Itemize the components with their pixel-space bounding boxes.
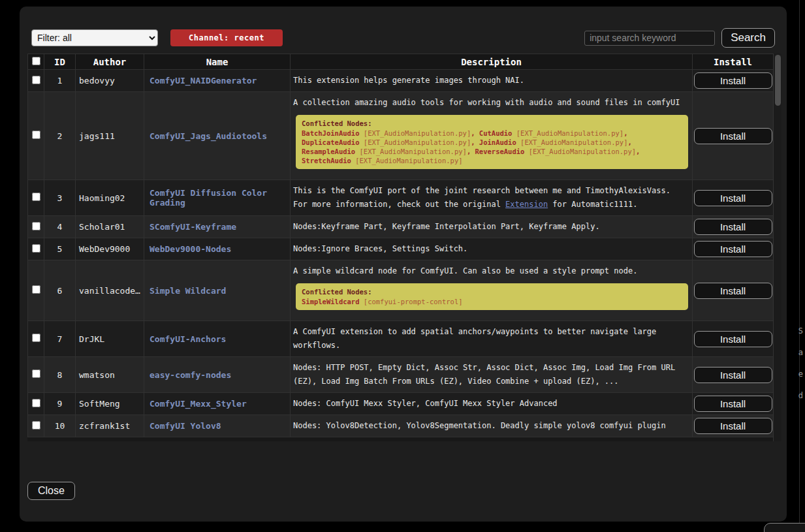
table-scrollbar[interactable] xyxy=(773,54,781,441)
conflict-separator: , xyxy=(627,138,631,146)
node-name-link[interactable]: ComfyUI_Jags_Audiotools xyxy=(150,131,267,141)
background-text-fragment: e xyxy=(798,369,803,379)
row-name-cell: Simple Wildcard xyxy=(144,260,291,321)
conflict-node-name: DuplicateAudio xyxy=(302,138,360,146)
row-name-cell: easy-comfy-nodes xyxy=(144,357,291,393)
select-all-checkbox[interactable] xyxy=(32,57,40,65)
row-id: 7 xyxy=(44,321,76,357)
conflict-separator: , xyxy=(467,148,475,155)
node-name-link[interactable]: Simple Wildcard xyxy=(150,286,226,296)
node-name-link[interactable]: ComfyUI Yolov8 xyxy=(150,421,221,431)
conflict-node-source: [EXT_AudioManipulation.py] xyxy=(355,148,467,155)
row-author: Haoming02 xyxy=(76,180,144,216)
search-button[interactable]: Search xyxy=(721,28,775,48)
row-author: wmatson xyxy=(76,357,144,393)
row-description: A collection amazing audio tools for wor… xyxy=(291,92,693,180)
conflict-node-name: ResampleAudio xyxy=(302,148,355,155)
conflict-node-name: ReverseAudio xyxy=(475,148,525,155)
row-author: Scholar01 xyxy=(76,216,144,238)
node-name-link[interactable]: ComfyUI-Anchors xyxy=(150,334,226,344)
description-text: A simple wildcard node for ComfyUI. Can … xyxy=(293,264,689,278)
row-id: 9 xyxy=(44,393,76,415)
table-row: 9SoftMengComfyUI_Mexx_StylerNodes: Comfy… xyxy=(28,393,774,415)
filter-select[interactable]: Filter: all xyxy=(31,29,158,46)
channel-badge: Channel: recent xyxy=(170,29,283,46)
description-text: Nodes: Yolov8Detection, Yolov8Segmentati… xyxy=(293,419,689,433)
conflict-node-source: [EXT_AudioManipulation.py] xyxy=(360,138,471,146)
conflict-node-source: [EXT_AudioManipulation.py] xyxy=(360,129,471,137)
row-id: 4 xyxy=(44,216,76,238)
node-name-link[interactable]: SComfyUI-Keyframe xyxy=(150,222,236,232)
row-checkbox[interactable] xyxy=(32,421,40,430)
row-name-cell: SComfyUI-Keyframe xyxy=(144,216,291,238)
description-text: Nodes:Ignore Braces, Settings Switch. xyxy=(293,242,689,256)
row-author: jags111 xyxy=(76,92,144,180)
conflict-node-source: [EXT_AudioManipulation.py] xyxy=(516,138,628,146)
node-name-link[interactable]: ComfyUI_Mexx_Styler xyxy=(150,399,247,409)
description-text: Nodes:Keyframe Part, Keyframe Interpolat… xyxy=(293,220,689,234)
toolbar: Filter: all Channel: recent Search xyxy=(20,28,787,48)
row-checkbox[interactable] xyxy=(32,76,40,84)
conflict-node-source: [EXT_AudioManipulation.py] xyxy=(512,129,623,137)
row-checkbox[interactable] xyxy=(32,369,40,378)
conflicted-nodes-box: Conflicted Nodes:SimpleWildcard [comfyui… xyxy=(296,283,688,310)
row-checkbox[interactable] xyxy=(32,131,40,139)
conflict-node-name: StretchAudio xyxy=(302,157,351,164)
install-button[interactable]: Install xyxy=(694,367,772,383)
row-checkbox[interactable] xyxy=(32,244,40,253)
row-author: WebDev9000 xyxy=(76,238,144,260)
install-button[interactable]: Install xyxy=(694,128,772,144)
conflict-node-source: [EXT_AudioManipulation.py] xyxy=(351,157,463,164)
row-name-cell: ComfyUI_Mexx_Styler xyxy=(144,393,291,415)
install-button[interactable]: Install xyxy=(694,418,772,434)
row-checkbox[interactable] xyxy=(32,222,40,230)
node-name-link[interactable]: easy-comfy-nodes xyxy=(150,370,231,380)
row-description: Nodes: Yolov8Detection, Yolov8Segmentati… xyxy=(291,415,693,437)
table-row: 2jags111ComfyUI_Jags_AudiotoolsA collect… xyxy=(28,92,774,180)
row-checkbox-cell xyxy=(28,393,44,415)
install-button[interactable]: Install xyxy=(694,396,772,412)
search-input[interactable] xyxy=(584,31,715,46)
row-checkbox-cell xyxy=(28,180,44,216)
row-checkbox[interactable] xyxy=(32,193,40,201)
header-checkbox-cell xyxy=(28,54,44,70)
description-link[interactable]: Extension xyxy=(505,200,548,209)
install-button[interactable]: Install xyxy=(694,241,772,257)
node-name-link[interactable]: ComfyUI Diffusion Color Grading xyxy=(150,188,267,208)
install-button[interactable]: Install xyxy=(694,331,772,347)
node-name-link[interactable]: ComfyUI_NAIDGenerator xyxy=(150,76,257,86)
row-checkbox[interactable] xyxy=(32,399,40,407)
install-button[interactable]: Install xyxy=(694,219,772,235)
header-author: Author xyxy=(76,54,144,70)
install-button[interactable]: Install xyxy=(694,190,772,206)
partial-corner-button[interactable] xyxy=(764,523,805,532)
row-checkbox[interactable] xyxy=(32,334,40,342)
row-description: Nodes:Ignore Braces, Settings Switch. xyxy=(291,238,693,260)
install-button[interactable]: Install xyxy=(694,72,772,89)
row-name-cell: ComfyUI Yolov8 xyxy=(144,415,291,437)
node-name-link[interactable]: WebDev9000-Nodes xyxy=(150,244,231,254)
table-header-row: ID Author Name Description Install xyxy=(28,54,774,70)
row-install-cell: Install xyxy=(693,393,774,415)
table-row: 5WebDev9000WebDev9000-NodesNodes:Ignore … xyxy=(28,238,774,260)
table-row: 4Scholar01SComfyUI-KeyframeNodes:Keyfram… xyxy=(28,216,774,238)
table-row: 1bedovyyComfyUI_NAIDGeneratorThis extens… xyxy=(28,70,774,92)
row-name-cell: WebDev9000-Nodes xyxy=(144,238,291,260)
row-author: SoftMeng xyxy=(76,393,144,415)
row-author: vanillacode… xyxy=(76,260,144,321)
conflicted-nodes-box: Conflicted Nodes:BatchJoinAudio [EXT_Aud… xyxy=(296,115,688,169)
row-id: 1 xyxy=(44,70,76,92)
row-checkbox[interactable] xyxy=(32,285,40,294)
row-id: 3 xyxy=(44,180,76,216)
description-text: A ComfyUI extension to add spatial ancho… xyxy=(293,325,689,352)
close-button[interactable]: Close xyxy=(27,482,75,500)
background-edge-strip: Saed xyxy=(797,0,805,532)
header-id: ID xyxy=(44,54,76,70)
row-install-cell: Install xyxy=(693,180,774,216)
table-scrollbar-thumb[interactable] xyxy=(775,55,781,106)
row-checkbox-cell xyxy=(28,415,44,437)
row-install-cell: Install xyxy=(693,357,774,393)
table-row: 3Haoming02ComfyUI Diffusion Color Gradin… xyxy=(28,180,774,216)
install-button[interactable]: Install xyxy=(694,283,772,299)
table-row: 10zcfrank1stComfyUI Yolov8Nodes: Yolov8D… xyxy=(28,415,774,437)
